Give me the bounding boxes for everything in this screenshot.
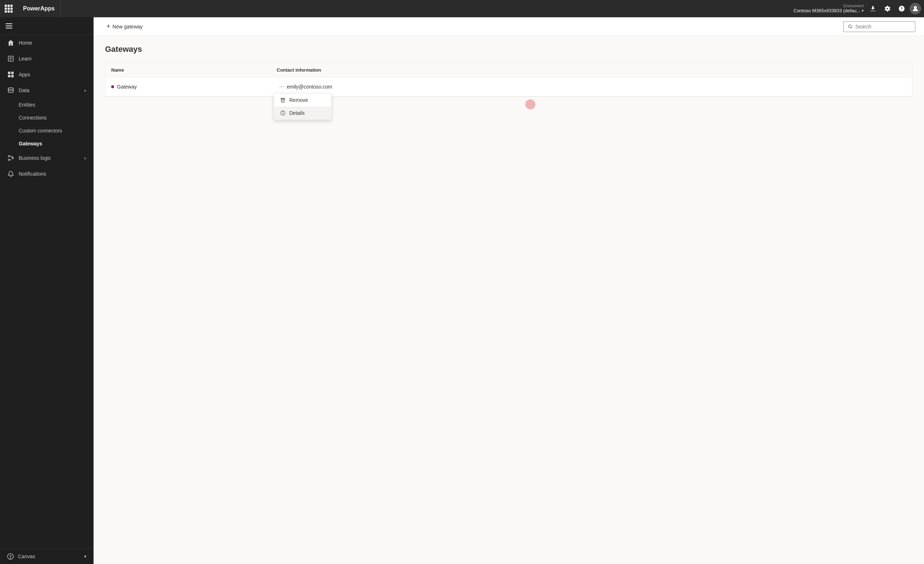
- svg-rect-6: [11, 72, 14, 74]
- page-title: Gateways: [105, 45, 912, 54]
- sidebar-item-label-business-logic: Business logic: [19, 155, 80, 161]
- sidebar-sub-label-custom-connectors: Custom connectors: [19, 128, 62, 134]
- sidebar-sub-item-entities[interactable]: Entities: [0, 98, 93, 111]
- gateways-table: Name Contact information Gateway ··· emi…: [105, 63, 912, 97]
- main-layout: Home Learn: [0, 17, 924, 564]
- search-box[interactable]: [843, 21, 915, 32]
- sidebar-item-data[interactable]: Data ∧: [0, 82, 93, 98]
- content-area: + New gateway Gateways Name Contact info…: [93, 17, 924, 564]
- sidebar-item-home[interactable]: Home: [0, 35, 93, 51]
- app-title: PowerApps: [17, 0, 61, 17]
- new-gateway-button[interactable]: + New gateway: [102, 21, 147, 32]
- apps-icon: [7, 71, 14, 78]
- sidebar-bottom: Canvas ▾: [0, 549, 93, 564]
- search-input[interactable]: [855, 24, 910, 30]
- environment-selector[interactable]: Environment Contoso M365x933833 (defau..…: [794, 4, 864, 14]
- sidebar-item-business-logic[interactable]: Business logic ∨: [0, 150, 93, 166]
- sidebar-bottom-canvas[interactable]: Canvas ▾: [0, 549, 93, 564]
- info-icon: [280, 110, 286, 116]
- svg-point-14: [10, 558, 11, 559]
- hamburger-button[interactable]: [6, 22, 14, 30]
- sidebar: Home Learn: [0, 17, 93, 564]
- svg-rect-5: [8, 72, 10, 74]
- data-chevron-icon: ∧: [84, 88, 86, 93]
- sidebar-item-learn[interactable]: Learn: [0, 51, 93, 67]
- table-header-name: Name: [111, 67, 277, 73]
- download-button[interactable]: [866, 2, 879, 15]
- sidebar-item-label-data: Data: [19, 87, 80, 93]
- waffle-icon[interactable]: [0, 0, 17, 17]
- sidebar-top: [0, 17, 93, 35]
- top-header: PowerApps Environment Contoso M365x93383…: [0, 0, 924, 17]
- svg-point-0: [914, 6, 917, 9]
- trash-icon: [280, 97, 286, 103]
- business-logic-icon: [7, 154, 14, 162]
- settings-button[interactable]: [881, 2, 894, 15]
- content-main: Gateways Name Contact information Gatewa…: [93, 36, 924, 564]
- sidebar-bottom-chevron-icon: ▾: [84, 554, 86, 559]
- data-icon: [7, 87, 14, 94]
- sidebar-sub-item-connections[interactable]: Connections: [0, 111, 93, 124]
- svg-rect-7: [8, 75, 10, 77]
- sidebar-sub-label-entities: Entities: [19, 102, 35, 108]
- environment-label: Environment: [843, 4, 864, 8]
- row-contact: emily@contoso.com: [287, 84, 906, 90]
- hover-indicator: [525, 99, 536, 110]
- row-indicator: [111, 85, 114, 88]
- help-circle-icon: [7, 553, 14, 560]
- sidebar-item-label-home: Home: [19, 40, 86, 46]
- svg-point-21: [283, 112, 283, 112]
- help-button[interactable]: [895, 2, 908, 15]
- svg-point-12: [8, 159, 10, 160]
- svg-point-9: [8, 88, 14, 90]
- table-header: Name Contact information: [105, 63, 912, 77]
- context-menu-details[interactable]: Details: [274, 106, 331, 120]
- svg-rect-16: [280, 99, 285, 99]
- home-icon: [7, 39, 14, 46]
- sidebar-item-apps[interactable]: Apps: [0, 67, 93, 82]
- search-icon: [848, 24, 852, 29]
- sidebar-item-label-apps: Apps: [19, 72, 86, 77]
- svg-point-15: [849, 25, 851, 28]
- new-gateway-label: New gateway: [112, 24, 143, 30]
- sidebar-item-label-learn: Learn: [19, 56, 86, 62]
- svg-rect-8: [11, 75, 14, 77]
- content-toolbar: + New gateway: [93, 17, 924, 36]
- table-row: Gateway ··· emily@contoso.com: [105, 77, 912, 96]
- row-name: Gateway: [117, 84, 275, 90]
- context-menu-remove-label: Remove: [289, 97, 308, 103]
- sidebar-item-notifications[interactable]: Notifications: [0, 166, 93, 182]
- context-menu-remove[interactable]: Remove: [274, 94, 331, 106]
- sidebar-sub-item-custom-connectors[interactable]: Custom connectors: [0, 124, 93, 137]
- environment-name: Contoso M365x933833 (defau... ▾: [794, 8, 864, 14]
- sidebar-sub-label-gateways: Gateways: [19, 141, 42, 147]
- context-menu-details-label: Details: [289, 110, 305, 116]
- svg-point-10: [8, 156, 10, 157]
- avatar[interactable]: [910, 3, 921, 14]
- more-options-button[interactable]: ···: [277, 82, 287, 92]
- sidebar-bottom-label: Canvas: [18, 554, 35, 560]
- business-logic-chevron-icon: ∨: [84, 156, 86, 160]
- table-header-contact: Contact information: [277, 67, 906, 73]
- header-actions: [866, 2, 924, 15]
- context-menu: Remove Details: [274, 93, 332, 120]
- chevron-down-icon: ▾: [862, 9, 864, 13]
- bell-icon: [7, 170, 14, 177]
- sidebar-sub-label-connections: Connections: [19, 115, 47, 121]
- learn-icon: [7, 55, 14, 62]
- sidebar-item-label-notifications: Notifications: [19, 171, 86, 177]
- plus-icon: +: [106, 22, 111, 30]
- sidebar-sub-item-gateways[interactable]: Gateways: [0, 137, 93, 150]
